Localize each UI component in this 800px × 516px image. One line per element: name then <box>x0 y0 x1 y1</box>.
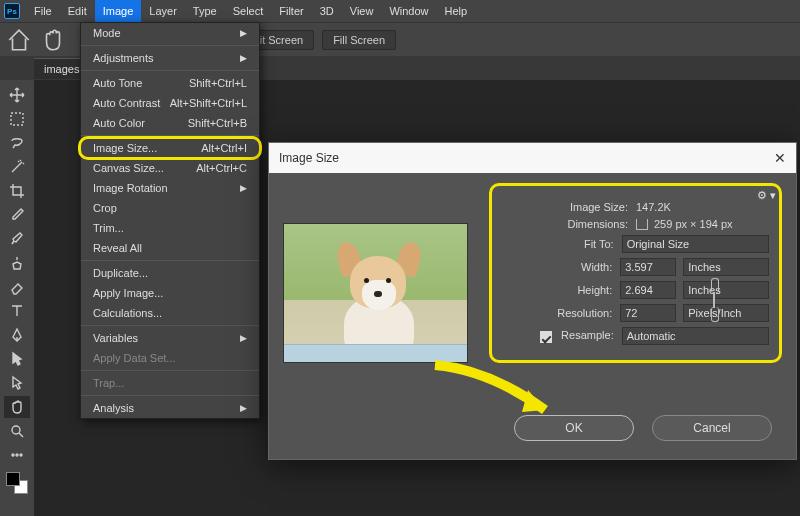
width-label: Width: <box>496 261 620 273</box>
submenu-arrow-icon: ▶ <box>240 183 247 193</box>
ok-button[interactable]: OK <box>514 415 634 441</box>
menu-file[interactable]: File <box>26 0 60 22</box>
submenu-arrow-icon: ▶ <box>240 403 247 413</box>
menu-image-rotation[interactable]: Image Rotation▶ <box>81 178 259 198</box>
fit-to-select[interactable]: Original Size <box>622 235 769 253</box>
svg-point-4 <box>20 454 22 456</box>
toolbox <box>0 80 34 516</box>
submenu-arrow-icon: ▶ <box>240 333 247 343</box>
svg-point-1 <box>12 426 20 434</box>
tool-brush[interactable] <box>4 228 30 250</box>
menu-auto-contrast[interactable]: Auto ContrastAlt+Shift+Ctrl+L <box>81 93 259 113</box>
submenu-arrow-icon: ▶ <box>240 28 247 38</box>
menu-filter[interactable]: Filter <box>271 0 311 22</box>
submenu-arrow-icon: ▶ <box>240 53 247 63</box>
menu-analysis[interactable]: Analysis▶ <box>81 398 259 418</box>
tool-path-select[interactable] <box>4 348 30 370</box>
shortcut: Shift+Ctrl+L <box>189 77 247 89</box>
menu-image[interactable]: Image <box>95 0 142 22</box>
dimensions-value: 259 px × 194 px <box>654 218 733 230</box>
height-label: Height: <box>496 284 620 296</box>
menu-bar: Ps File Edit Image Layer Type Select Fil… <box>0 0 800 22</box>
width-unit-select[interactable]: Inches <box>683 258 769 276</box>
menu-calculations[interactable]: Calculations... <box>81 303 259 323</box>
menu-apply-image[interactable]: Apply Image... <box>81 283 259 303</box>
height-input[interactable] <box>620 281 676 299</box>
menu-reveal-all[interactable]: Reveal All <box>81 238 259 258</box>
tool-magic-wand[interactable] <box>4 156 30 178</box>
menu-apply-data-set: Apply Data Set... <box>81 348 259 368</box>
tool-type[interactable] <box>4 300 30 322</box>
resolution-input[interactable] <box>620 304 676 322</box>
resample-label: Resample: <box>561 329 614 341</box>
menu-image-dropdown: Mode▶ Adjustments▶ Auto ToneShift+Ctrl+L… <box>80 22 260 419</box>
resolution-unit-select[interactable]: Pixels/Inch <box>683 304 769 322</box>
hand-tool-icon[interactable] <box>40 27 66 53</box>
fit-to-label: Fit To: <box>496 238 622 250</box>
tool-pen[interactable] <box>4 324 30 346</box>
constrain-proportions-icon[interactable] <box>707 276 721 324</box>
image-preview <box>283 223 468 363</box>
color-swatches[interactable] <box>6 472 28 494</box>
svg-point-2 <box>12 454 14 456</box>
dialog-title: Image Size <box>279 151 339 165</box>
menu-canvas-size[interactable]: Canvas Size...Alt+Ctrl+C <box>81 158 259 178</box>
menu-view[interactable]: View <box>342 0 382 22</box>
height-unit-select[interactable]: Inches <box>683 281 769 299</box>
tool-eyedropper[interactable] <box>4 204 30 226</box>
menu-variables[interactable]: Variables▶ <box>81 328 259 348</box>
gear-icon[interactable]: ⚙ ▾ <box>757 189 776 202</box>
menu-auto-tone[interactable]: Auto ToneShift+Ctrl+L <box>81 73 259 93</box>
menu-adjustments[interactable]: Adjustments▶ <box>81 48 259 68</box>
svg-point-3 <box>16 454 18 456</box>
cancel-button[interactable]: Cancel <box>652 415 772 441</box>
resample-select[interactable]: Automatic <box>622 327 769 345</box>
app-logo: Ps <box>4 3 20 19</box>
dimensions-label: Dimensions: <box>496 218 636 230</box>
tool-crop[interactable] <box>4 180 30 202</box>
tool-marquee[interactable] <box>4 108 30 130</box>
menu-type[interactable]: Type <box>185 0 225 22</box>
image-size-value: 147.2K <box>636 201 671 213</box>
fields-highlight: ⚙ ▾ Image Size: 147.2K Dimensions: 259 p… <box>489 183 782 363</box>
dimensions-icon[interactable] <box>636 219 648 229</box>
width-input[interactable] <box>620 258 676 276</box>
menu-crop[interactable]: Crop <box>81 198 259 218</box>
home-icon[interactable] <box>6 27 32 53</box>
tool-clone[interactable] <box>4 252 30 274</box>
menu-mode[interactable]: Mode▶ <box>81 23 259 43</box>
menu-trap: Trap... <box>81 373 259 393</box>
resolution-label: Resolution: <box>496 307 620 319</box>
close-icon[interactable]: ✕ <box>774 150 786 166</box>
menu-layer[interactable]: Layer <box>141 0 185 22</box>
tool-edit-toolbar[interactable] <box>4 444 30 466</box>
tool-move[interactable] <box>4 84 30 106</box>
dialog-titlebar: Image Size ✕ <box>269 143 796 173</box>
shortcut: Shift+Ctrl+B <box>188 117 247 129</box>
image-size-label: Image Size: <box>496 201 636 213</box>
tool-hand[interactable] <box>4 396 30 418</box>
resample-checkbox[interactable] <box>540 331 552 343</box>
shortcut: Alt+Shift+Ctrl+L <box>170 97 247 109</box>
menu-window[interactable]: Window <box>381 0 436 22</box>
tool-lasso[interactable] <box>4 132 30 154</box>
menu-3d[interactable]: 3D <box>312 0 342 22</box>
menu-auto-color[interactable]: Auto ColorShift+Ctrl+B <box>81 113 259 133</box>
menu-help[interactable]: Help <box>437 0 476 22</box>
fill-screen-button[interactable]: Fill Screen <box>322 30 396 50</box>
menu-duplicate[interactable]: Duplicate... <box>81 263 259 283</box>
tool-eraser[interactable] <box>4 276 30 298</box>
image-size-dialog: Image Size ✕ ⚙ ▾ Image Size: 147.2K <box>268 142 797 460</box>
shortcut: Alt+Ctrl+C <box>196 162 247 174</box>
menu-edit[interactable]: Edit <box>60 0 95 22</box>
menu-trim[interactable]: Trim... <box>81 218 259 238</box>
svg-rect-0 <box>11 113 23 125</box>
tool-zoom[interactable] <box>4 420 30 442</box>
menu-image-size[interactable]: Image Size...Alt+Ctrl+I <box>81 138 259 158</box>
tool-direct-select[interactable] <box>4 372 30 394</box>
menu-select[interactable]: Select <box>225 0 272 22</box>
shortcut: Alt+Ctrl+I <box>201 142 247 154</box>
